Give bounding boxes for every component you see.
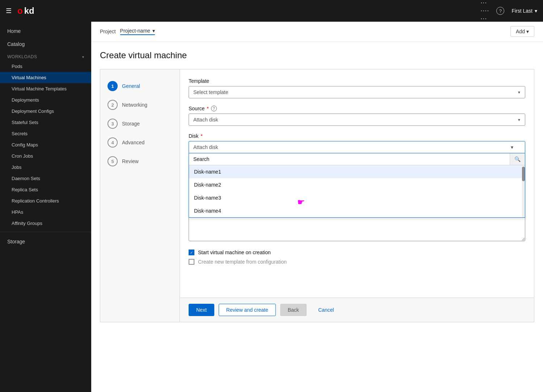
back-button[interactable]: Back — [280, 304, 307, 316]
sidebar-item-jobs[interactable]: Jobs — [0, 162, 91, 173]
wizard-step-1-num: 1 — [108, 81, 118, 91]
wizard-step-2[interactable]: 2 Networking — [100, 95, 180, 114]
disk-options-list: Disk-name1 Disk-name2 Disk-name3 Disk-na… — [189, 165, 525, 217]
template-select[interactable]: Select template — [189, 86, 525, 98]
project-selector[interactable]: Project-name ▾ — [120, 28, 155, 35]
wizard-step-3-num: 3 — [108, 119, 118, 129]
sidebar-item-stateful-sets[interactable]: Stateful Sets — [0, 117, 91, 128]
wizard-step-1-label: General — [122, 83, 140, 89]
sidebar-item-home[interactable]: Home — [0, 25, 91, 38]
wizard-steps: 1 General 2 Networking 3 Storage 4 Advan… — [100, 69, 180, 322]
disk-field-group: Disk * Attach disk ▾ — [189, 133, 525, 153]
disk-scrollbar — [522, 165, 525, 217]
disk-dropdown-container: Attach disk ▾ 🔍 — [189, 141, 525, 153]
sidebar-item-affinity-groups[interactable]: Affinity Groups — [0, 218, 91, 229]
wizard: 1 General 2 Networking 3 Storage 4 Advan… — [100, 69, 534, 322]
disk-select-field[interactable]: Attach disk ▾ — [189, 141, 525, 153]
wizard-step-2-num: 2 — [108, 100, 118, 110]
user-menu[interactable]: First Last ▾ — [512, 8, 537, 14]
sidebar-item-cron-jobs[interactable]: Cron Jobs — [0, 150, 91, 162]
page-title: Create virtual machine — [100, 50, 534, 60]
disk-option-2[interactable]: Disk-name2 — [189, 178, 525, 191]
grid-icon[interactable]: ⋅⋅⋅⋅⋅⋅⋅⋅⋅⋅ — [480, 0, 489, 23]
wizard-step-4-label: Advanced — [122, 140, 144, 145]
cancel-button[interactable]: Cancel — [311, 304, 341, 316]
sidebar-item-deployment-configs[interactable]: Deployment Configs — [0, 106, 91, 117]
sidebar-item-storage[interactable]: Storage — [0, 235, 91, 248]
disk-option-1[interactable]: Disk-name1 — [189, 165, 525, 178]
sidebar-item-deployments[interactable]: Deployments — [0, 94, 91, 106]
page-content: Create virtual machine 1 General 2 Netwo… — [91, 42, 543, 331]
sidebar-item-config-maps[interactable]: Config Maps — [0, 139, 91, 150]
wizard-step-2-label: Networking — [122, 102, 147, 108]
disk-dropdown-arrow-icon: ▾ — [511, 144, 513, 150]
wizard-body: Template Select template Source — [180, 69, 534, 298]
navbar: ☰ okd ⋅⋅⋅⋅⋅⋅⋅⋅⋅⋅ ? First Last ▾ — [0, 0, 543, 22]
user-dropdown-icon: ▾ — [535, 8, 537, 14]
checkbox-create-template-label: Create new template from configuration — [198, 259, 287, 265]
template-field-group: Template Select template — [189, 78, 525, 98]
sidebar-item-home-label: Home — [7, 28, 21, 34]
wizard-step-3-label: Storage — [122, 121, 140, 127]
main-layout: Home Catalog Workloads ▾ Pods Virtual Ma… — [0, 22, 543, 392]
checkbox-create-template[interactable] — [189, 259, 194, 265]
source-help-icon[interactable]: ? — [211, 106, 217, 111]
checkbox-start-vm-label: Start virtual machine on creation — [198, 250, 271, 255]
wizard-step-5[interactable]: 5 Review — [100, 152, 180, 171]
sidebar-workloads-label: Workloads — [7, 54, 37, 59]
review-and-create-button[interactable]: Review and create — [219, 304, 276, 316]
wizard-step-1[interactable]: 1 General — [100, 77, 180, 95]
checkbox-start-vm[interactable]: ✓ — [189, 250, 194, 255]
project-label: Project — [100, 29, 116, 34]
sidebar-item-secrets[interactable]: Secrets — [0, 128, 91, 139]
sidebar-item-virtual-machine-templates[interactable]: Virtual Machine Templates — [0, 83, 91, 94]
sidebar-item-hpas[interactable]: HPAs — [0, 206, 91, 218]
source-label: Source * ? — [189, 106, 525, 111]
wizard-step-5-label: Review — [122, 158, 139, 164]
disk-required: * — [201, 133, 202, 139]
disk-search-input[interactable] — [189, 153, 510, 165]
sidebar-item-replica-sets[interactable]: Replica Sets — [0, 184, 91, 195]
source-field-group: Source * ? Attach disk — [189, 106, 525, 126]
project-dropdown-icon: ▾ — [152, 28, 155, 34]
add-button-label: Add — [516, 29, 525, 34]
main-content: Project Project-name ▾ Add ▾ Create virt… — [91, 22, 543, 392]
wizard-step-5-num: 5 — [108, 156, 118, 166]
checkbox-check-icon: ✓ — [190, 251, 193, 255]
disk-option-3[interactable]: Disk-name3 — [189, 191, 525, 204]
sidebar-item-catalog[interactable]: Catalog — [0, 38, 91, 51]
hamburger-icon[interactable]: ☰ — [6, 7, 12, 15]
search-icon: 🔍 — [514, 156, 521, 162]
source-select[interactable]: Attach disk — [189, 114, 525, 126]
disk-search-button[interactable]: 🔍 — [510, 153, 525, 165]
logo-kd: kd — [24, 6, 34, 16]
disk-label: Disk * — [189, 133, 525, 139]
description-textarea[interactable] — [189, 216, 525, 241]
sidebar: Home Catalog Workloads ▾ Pods Virtual Ma… — [0, 22, 91, 392]
add-dropdown-icon: ▾ — [526, 29, 529, 34]
disk-scrollbar-thumb — [522, 167, 525, 181]
wizard-body-wrapper: Template Select template Source — [180, 69, 534, 322]
sidebar-item-replication-controllers[interactable]: Replication Controllers — [0, 195, 91, 206]
add-button[interactable]: Add ▾ — [510, 26, 534, 37]
template-select-wrapper: Select template — [189, 86, 525, 98]
disk-select-value: Attach disk — [193, 144, 218, 150]
source-required: * — [207, 106, 209, 111]
help-icon[interactable]: ? — [496, 7, 504, 15]
wizard-step-3[interactable]: 3 Storage — [100, 114, 180, 133]
sidebar-workloads-section[interactable]: Workloads ▾ — [0, 51, 91, 61]
source-select-wrapper: Attach disk — [189, 114, 525, 126]
sidebar-item-virtual-machines[interactable]: Virtual Machines — [0, 72, 91, 83]
workloads-arrow-icon: ▾ — [82, 55, 84, 59]
logo: okd — [17, 6, 34, 16]
wizard-footer: Next Review and create Back Cancel — [180, 298, 534, 322]
user-name: First Last — [512, 8, 533, 14]
next-button[interactable]: Next — [189, 304, 214, 316]
checkbox-template-row: Create new template from configuration — [189, 259, 525, 265]
template-label: Template — [189, 78, 525, 84]
disk-search-row: 🔍 — [189, 153, 525, 165]
wizard-step-4[interactable]: 4 Advanced — [100, 133, 180, 152]
sidebar-item-daemon-sets[interactable]: Daemon Sets — [0, 173, 91, 184]
disk-option-4[interactable]: Disk-name4 — [189, 204, 525, 217]
sidebar-item-pods[interactable]: Pods — [0, 61, 91, 72]
